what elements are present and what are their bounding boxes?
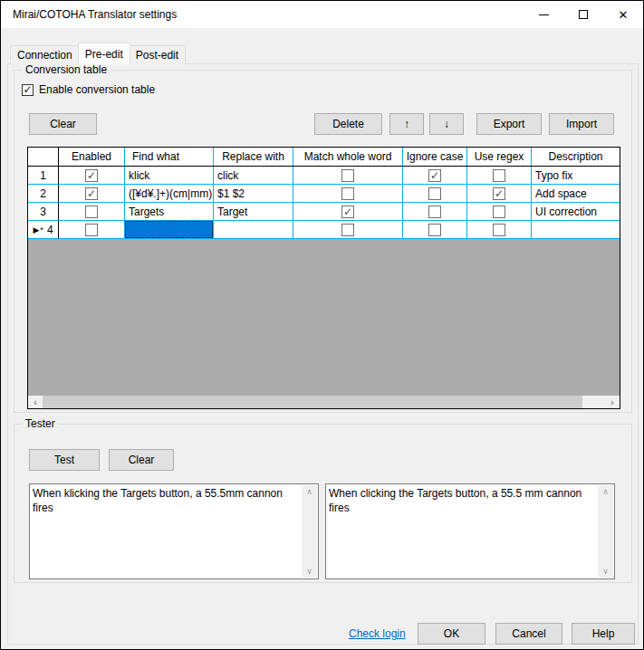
row-header-1[interactable]: 1 (28, 167, 59, 185)
cell-text: $1 $2 (217, 187, 245, 200)
scroll-up-icon[interactable]: ∧ (602, 485, 609, 498)
cell-enabled-3[interactable] (59, 203, 125, 221)
cell-match-whole-word-1[interactable] (293, 167, 403, 185)
move-up-button[interactable]: ↑ (389, 113, 424, 135)
ignore-case-checkbox[interactable] (428, 224, 441, 236)
cell-use-regex-2[interactable]: ✓ (467, 185, 532, 203)
cancel-button[interactable]: Cancel (495, 623, 562, 645)
grid-empty-area (28, 239, 620, 396)
row-header-4[interactable]: ▶*4 (28, 221, 59, 239)
header-corner[interactable] (28, 148, 59, 166)
ignore-case-checkbox[interactable] (428, 187, 441, 200)
header-use-regex[interactable]: Use regex (467, 148, 532, 166)
match-whole-word-checkbox[interactable] (341, 169, 354, 182)
cell-match-whole-word-4[interactable] (293, 221, 403, 239)
help-button[interactable]: Help (572, 623, 635, 645)
match-whole-word-checkbox[interactable]: ✓ (341, 206, 354, 218)
row-header-3[interactable]: 3 (28, 203, 59, 221)
ignore-case-checkbox[interactable] (428, 206, 441, 218)
cell-use-regex-1[interactable] (467, 167, 532, 185)
scroll-left-icon[interactable]: ‹ (28, 396, 43, 408)
header-description[interactable]: Description (532, 148, 620, 166)
cell-text: UI correction (535, 206, 597, 218)
cell-find-what-2[interactable]: ([¥d¥.]+)(cm|mm) (125, 185, 214, 203)
scroll-right-icon[interactable]: › (605, 396, 620, 408)
delete-button[interactable]: Delete (314, 113, 382, 135)
tester-output-scrollbar[interactable]: ∧ ∨ (598, 485, 613, 578)
header-replace-with[interactable]: Replace with (214, 148, 293, 166)
tester-input-textarea[interactable]: When klicking the Targets button, a 55.5… (29, 483, 319, 579)
match-whole-word-checkbox[interactable] (341, 187, 354, 200)
tab-post-edit[interactable]: Post-edit (129, 45, 186, 64)
cell-find-what-1[interactable]: klick (125, 167, 214, 185)
match-whole-word-checkbox[interactable] (341, 224, 354, 236)
minimize-button[interactable] (524, 1, 563, 28)
tab-pre-edit[interactable]: Pre-edit (78, 43, 130, 64)
conversion-grid: Enabled Find what Replace with Match who… (27, 147, 620, 409)
cell-find-what-3[interactable]: Targets (125, 203, 214, 221)
cell-match-whole-word-2[interactable] (293, 185, 403, 203)
tester-output-textarea[interactable]: When clicking the Targets button, a 55.5… (325, 483, 615, 579)
cell-match-whole-word-3[interactable]: ✓ (293, 203, 403, 221)
cell-ignore-case-4[interactable] (403, 221, 467, 239)
cell-description-4[interactable] (532, 221, 620, 239)
ok-button[interactable]: OK (418, 623, 485, 645)
import-button[interactable]: Import (549, 113, 614, 135)
conversion-group-label: Conversion table (22, 63, 111, 76)
cell-description-2[interactable]: Add space (532, 185, 620, 203)
cell-replace-with-1[interactable]: click (214, 167, 293, 185)
use-regex-checkbox[interactable] (493, 169, 505, 182)
table-row-4-new: ▶*4 (28, 221, 620, 239)
test-button[interactable]: Test (29, 449, 100, 471)
use-regex-checkbox[interactable] (493, 206, 505, 218)
header-ignore-case[interactable]: Ignore case (403, 148, 467, 166)
cell-enabled-4[interactable] (59, 221, 125, 239)
caption-buttons: ✕ (524, 1, 643, 28)
header-enabled[interactable]: Enabled (59, 148, 125, 166)
cell-replace-with-3[interactable]: Target (214, 203, 293, 221)
check-login-link[interactable]: Check login (349, 627, 406, 640)
header-match-whole-word[interactable]: Match whole word (293, 148, 403, 166)
scroll-up-icon[interactable]: ∧ (306, 485, 312, 498)
maximize-button[interactable] (563, 1, 603, 28)
scroll-down-icon[interactable]: ∨ (306, 565, 312, 578)
grid-horizontal-scrollbar[interactable]: ‹ › (28, 396, 620, 408)
move-down-button[interactable]: ↓ (429, 113, 464, 135)
row-header-2[interactable]: 2 (28, 185, 59, 203)
cell-description-3[interactable]: UI correction (532, 203, 620, 221)
tester-clear-button[interactable]: Clear (109, 449, 174, 471)
use-regex-checkbox[interactable]: ✓ (493, 187, 505, 200)
cell-enabled-2[interactable]: ✓ (59, 185, 125, 203)
scrollbar-thumb[interactable] (43, 396, 582, 408)
cell-ignore-case-3[interactable] (403, 203, 467, 221)
cell-replace-with-2[interactable]: $1 $2 (214, 185, 293, 203)
tester-input-scrollbar[interactable]: ∧ ∨ (302, 485, 317, 578)
tester-group: Tester Test Clear When klicking the Targ… (14, 424, 632, 583)
cell-find-what-4-selected[interactable] (125, 221, 214, 239)
header-find-what[interactable]: Find what (125, 148, 214, 166)
cell-use-regex-4[interactable] (467, 221, 532, 239)
close-button[interactable]: ✕ (603, 1, 643, 28)
enabled-checkbox[interactable] (85, 206, 98, 218)
export-button[interactable]: Export (476, 113, 542, 135)
enable-conversion-checkbox[interactable]: ✓ (22, 84, 34, 96)
cell-description-1[interactable]: Typo fix (532, 167, 620, 185)
enabled-checkbox[interactable]: ✓ (85, 169, 98, 182)
cell-ignore-case-2[interactable] (403, 185, 467, 203)
ignore-case-checkbox[interactable]: ✓ (428, 169, 441, 182)
cell-ignore-case-1[interactable]: ✓ (403, 167, 467, 185)
tab-connection[interactable]: Connection (10, 45, 80, 64)
tab-strip: Connection Pre-edit Post-edit (10, 43, 186, 64)
cell-replace-with-4[interactable] (214, 221, 293, 239)
scrollbar-track[interactable] (582, 396, 605, 408)
clear-table-button[interactable]: Clear (29, 113, 97, 135)
enable-conversion-row: ✓ Enable conversion table (22, 83, 155, 96)
use-regex-checkbox[interactable] (493, 224, 505, 236)
enabled-checkbox[interactable] (85, 224, 98, 236)
enabled-checkbox[interactable]: ✓ (85, 187, 98, 200)
cell-text: Targets (129, 206, 164, 218)
cell-use-regex-3[interactable] (467, 203, 532, 221)
cell-enabled-1[interactable]: ✓ (59, 167, 125, 185)
cell-text: Typo fix (535, 169, 572, 182)
scroll-down-icon[interactable]: ∨ (602, 565, 609, 578)
